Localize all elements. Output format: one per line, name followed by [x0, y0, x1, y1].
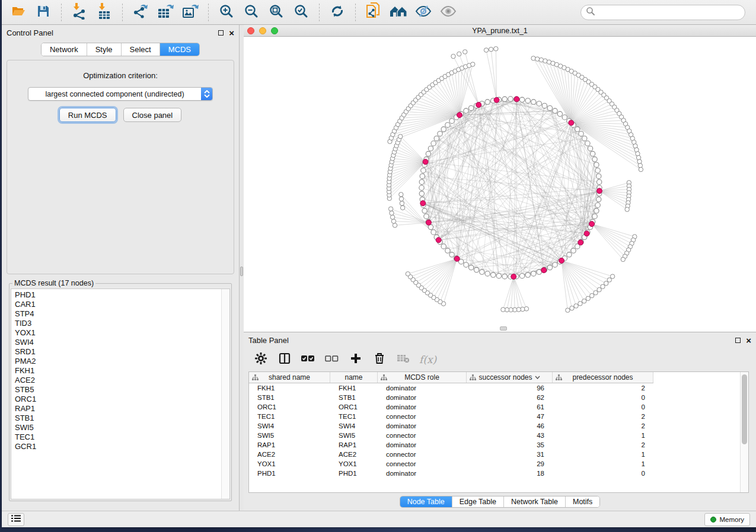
- create-column-button[interactable]: [348, 352, 363, 367]
- show-columns-button[interactable]: [277, 352, 292, 367]
- column-header-successor-nodes[interactable]: successor nodes: [467, 372, 553, 383]
- mcds-node-item[interactable]: SWI4: [15, 338, 221, 347]
- splitter-grip[interactable]: [240, 267, 243, 276]
- table-row[interactable]: YOX1YOX1connector291: [249, 459, 740, 469]
- optimization-criterion-dropdown[interactable]: largest connected component (undirected): [28, 87, 213, 101]
- columns-icon: [279, 352, 291, 367]
- mcds-list-scrollbar[interactable]: [221, 289, 229, 499]
- table-panel-title: Table Panel: [248, 336, 735, 345]
- optimization-criterion-label: Optimization criterion:: [7, 71, 234, 80]
- refresh-icon: [330, 4, 345, 21]
- mcds-node-item[interactable]: SRD1: [15, 347, 221, 357]
- mcds-node-item[interactable]: SWI5: [15, 423, 221, 432]
- export-table-button[interactable]: [155, 3, 176, 22]
- tab-mcds[interactable]: MCDS: [160, 43, 199, 56]
- network-window-title: YPA_prune.txt_1: [244, 27, 756, 35]
- column-header-shared-name[interactable]: shared name: [249, 372, 330, 383]
- zoom-in-button[interactable]: [216, 3, 237, 22]
- mcds-node-item[interactable]: ORC1: [15, 395, 221, 404]
- network-file-button[interactable]: [363, 3, 384, 22]
- close-panel-button[interactable]: Close panel: [123, 108, 182, 122]
- search-box[interactable]: [580, 5, 745, 20]
- mcds-node-item[interactable]: FKH1: [15, 366, 221, 376]
- tab-network-table[interactable]: Network Table: [504, 496, 566, 507]
- mcds-node-item[interactable]: PMA2: [15, 357, 221, 366]
- mcds-node-item[interactable]: STB5: [15, 385, 221, 395]
- zoom-selected-button[interactable]: [291, 3, 312, 22]
- table-row[interactable]: TEC1TEC1connector472: [249, 412, 740, 421]
- tab-node-table[interactable]: Node Table: [400, 496, 452, 507]
- tab-style[interactable]: Style: [87, 43, 122, 56]
- dropdown-selected-value: largest connected component (undirected): [28, 90, 201, 98]
- table-panel: Table Panel × f(x): [244, 332, 756, 511]
- table-row[interactable]: RAP1RAP1dominator352: [249, 440, 740, 450]
- deselect-all-columns-button[interactable]: [324, 352, 340, 367]
- search-input[interactable]: [595, 8, 740, 17]
- close-panel-icon[interactable]: ×: [746, 336, 751, 345]
- column-header-name[interactable]: name: [330, 372, 378, 383]
- import-network-button[interactable]: [69, 3, 90, 22]
- save-session-button[interactable]: [33, 3, 54, 22]
- select-all-columns-button[interactable]: [301, 352, 316, 367]
- node-table: shared namenameMCDS rolesuccessor nodesp…: [248, 371, 749, 493]
- mcds-result-list: PHD1CAR1STP4TID3YOX1SWI4SRD1PMA2FKH1ACE2…: [11, 289, 221, 499]
- table-row[interactable]: STB1STB1dominator620: [249, 393, 740, 402]
- table-cell: 96: [467, 384, 553, 392]
- table-cell: SWI5: [249, 432, 330, 439]
- zoom-out-button[interactable]: [241, 3, 262, 22]
- mcds-node-item[interactable]: GCR1: [15, 442, 221, 451]
- mcds-node-item[interactable]: RAP1: [15, 404, 221, 414]
- column-header-predecessor-nodes[interactable]: predecessor nodes: [553, 372, 653, 383]
- delete-table-icon: [397, 354, 410, 366]
- hide-selected-button[interactable]: [413, 3, 434, 22]
- mcds-node-item[interactable]: YOX1: [15, 328, 221, 338]
- houses-icon: [390, 4, 407, 21]
- mcds-node-item[interactable]: STP4: [15, 309, 221, 319]
- float-panel-icon[interactable]: [735, 338, 741, 343]
- export-image-button[interactable]: [180, 3, 201, 22]
- network-canvas[interactable]: [244, 37, 756, 332]
- horizontal-splitter-grip[interactable]: [500, 326, 507, 331]
- table-scrollbar-thumb[interactable]: [742, 374, 747, 444]
- home-networks-button[interactable]: [388, 3, 409, 22]
- apply-layout-button[interactable]: [327, 3, 348, 22]
- vertical-splitter[interactable]: [239, 25, 244, 511]
- zoom-fit-button[interactable]: [266, 3, 287, 22]
- tab-edge-table[interactable]: Edge Table: [452, 496, 504, 507]
- table-cell: ORC1: [249, 403, 330, 411]
- table-row[interactable]: SWI5SWI5connector431: [249, 431, 740, 440]
- show-hidden-button[interactable]: [438, 3, 459, 22]
- table-row[interactable]: ORC1ORC1dominator610: [249, 402, 740, 412]
- control-panel-title: Control Panel: [7, 28, 218, 37]
- tab-network[interactable]: Network: [42, 43, 87, 56]
- float-panel-icon[interactable]: [218, 30, 224, 36]
- table-scrollbar[interactable]: [740, 372, 748, 492]
- mcds-node-item[interactable]: STB1: [15, 414, 221, 423]
- tab-select[interactable]: Select: [122, 43, 160, 56]
- table-row[interactable]: SWI4SWI4dominator462: [249, 421, 740, 431]
- table-toolbar: f(x): [244, 348, 756, 371]
- export-network-button[interactable]: [130, 3, 151, 22]
- show-panels-button[interactable]: [8, 513, 24, 526]
- open-file-button[interactable]: [8, 3, 29, 22]
- table-row[interactable]: PHD1PHD1dominator180: [249, 469, 740, 478]
- memory-button[interactable]: Memory: [704, 513, 750, 526]
- unchecked-boxes-icon: [325, 354, 339, 365]
- mcds-node-item[interactable]: TID3: [15, 319, 221, 328]
- close-panel-icon[interactable]: ×: [229, 28, 234, 37]
- mcds-node-item[interactable]: PHD1: [15, 290, 221, 300]
- table-settings-button[interactable]: [253, 352, 269, 367]
- mcds-node-item[interactable]: TEC1: [15, 432, 221, 442]
- mcds-result-title: MCDS result (17 nodes): [12, 279, 95, 287]
- table-row[interactable]: FKH1FKH1dominator962: [249, 383, 740, 393]
- column-header-MCDS-role[interactable]: MCDS role: [378, 372, 467, 383]
- network-titlebar[interactable]: YPA_prune.txt_1: [244, 25, 756, 37]
- import-table-button[interactable]: [94, 3, 115, 22]
- table-row[interactable]: ACE2ACE2connector311: [249, 450, 740, 459]
- mcds-node-item[interactable]: ACE2: [15, 376, 221, 385]
- tab-motifs[interactable]: Motifs: [566, 496, 599, 507]
- run-mcds-button[interactable]: Run MCDS: [59, 108, 116, 122]
- mcds-node-item[interactable]: CAR1: [15, 300, 221, 309]
- delete-column-button[interactable]: [372, 352, 387, 367]
- table-tabs: Node Table Edge Table Network Table Moti…: [400, 496, 601, 508]
